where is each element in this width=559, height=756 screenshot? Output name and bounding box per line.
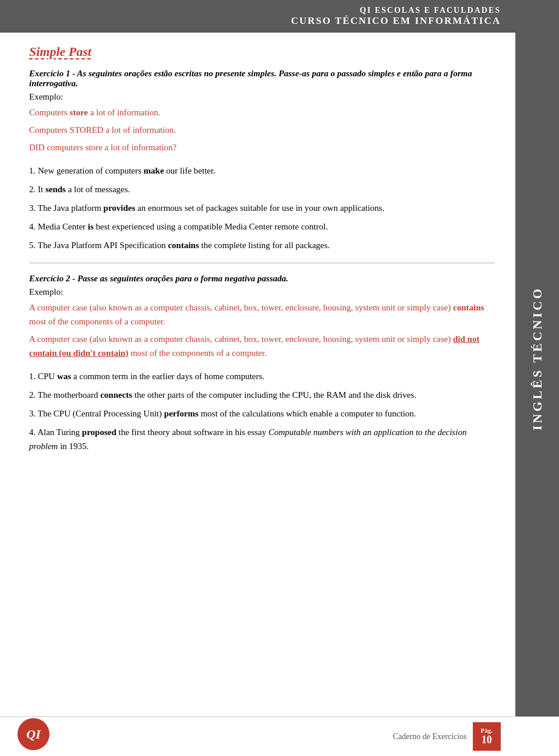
main-content: Simple Past Exercício 1 - As seguintes o…: [17, 33, 507, 469]
footer-text: Caderno de Exercícios: [393, 732, 467, 741]
item2-2: 2. The motherboard connects the other pa…: [29, 388, 495, 402]
section1-title: Simple Past: [29, 44, 495, 59]
header-line1: QI ESCOLAS E FACULDADES: [12, 6, 501, 15]
item1-3: 3. The Java platform provides an enormou…: [29, 201, 495, 215]
item2-1: 1. CPU was a common term in the earlier …: [29, 369, 495, 383]
section-divider: [29, 263, 495, 263]
example2-line2: A computer case (also known as a compute…: [29, 332, 495, 360]
pag-num: 10: [482, 734, 492, 746]
negative-form: did not contain (ou didn't contain): [29, 334, 479, 358]
logo-circle: QI: [17, 718, 49, 750]
item1-4: 4. Media Center is best experienced usin…: [29, 220, 495, 234]
exercise1-heading: Exercício 1 - As seguintes orações estão…: [29, 69, 495, 89]
footer: Caderno de Exercícios Pág. 10: [0, 716, 559, 756]
example1-line1: Computers store a lot of information.: [29, 105, 495, 119]
pag-label: Pág.: [481, 727, 493, 734]
page-badge: Pág. 10: [473, 722, 501, 751]
header: QI ESCOLAS E FACULDADES CURSO TÉCNICO EM…: [0, 0, 559, 33]
item2-4: 4. Alan Turing proposed the first theory…: [29, 425, 495, 453]
item2-3: 3. The CPU (Central Processing Unit) per…: [29, 407, 495, 421]
item1-1: 1. New generation of computers make our …: [29, 164, 495, 178]
exemplo2-label: Exemplo:: [29, 287, 495, 297]
exemplo1-label: Exemplo:: [29, 92, 495, 102]
example2-line1: A computer case (also known as a compute…: [29, 301, 495, 328]
example1-line2: Computers STORED a lot of information.: [29, 123, 495, 137]
exercise2-heading: Exercício 2 - Passe as seguintes orações…: [29, 274, 495, 284]
qi-logo: QI: [17, 718, 49, 750]
header-line2: CURSO TÉCNICO EM INFORMÁTICA: [12, 15, 501, 27]
item1-2: 2. It sends a lot of messages.: [29, 182, 495, 196]
sidebar-text: INGLÊS TÉCNICO: [530, 287, 545, 430]
example1-line3: DID computers store a lot of information…: [29, 140, 495, 154]
sidebar: INGLÊS TÉCNICO: [515, 0, 559, 716]
item1-5: 5. The Java Platform API Specification c…: [29, 238, 495, 252]
